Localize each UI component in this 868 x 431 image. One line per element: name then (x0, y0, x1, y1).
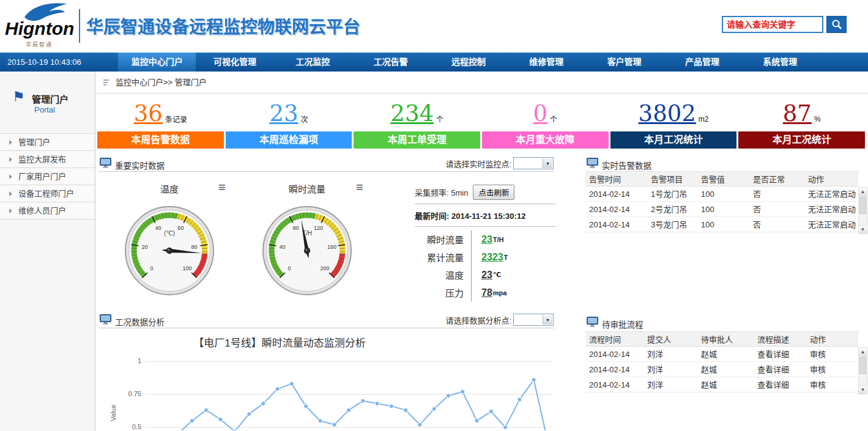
arrow-right-icon (9, 157, 12, 162)
stat-unit: % (814, 115, 821, 123)
section-condition-analysis: 工况数据分析 请选择数据分析点: ▼ (98, 312, 554, 328)
nav-item-monitor-center[interactable]: 监控中心门户 (118, 53, 196, 72)
column-header: 是否正常 (749, 172, 804, 186)
analysis-point-selector: 请选择数据分析点: ▼ (445, 314, 554, 326)
realtime-info-panel: 采集频率: 5min 点击刷新 最新时间: 2014-11-21 15:30:1… (415, 185, 556, 301)
stat-value-link[interactable]: 23 (269, 102, 298, 125)
approval-table-scrollbar[interactable]: ▲ ▼ (858, 347, 867, 394)
stat-label-bar[interactable]: 本周告警数据 (97, 131, 224, 149)
refresh-button[interactable]: 点击刷新 (473, 185, 514, 200)
alarm-value: 100 (697, 217, 749, 232)
flow-time: 2014-02-14 (585, 347, 644, 361)
top-header: Hignton 华辰智通 华辰智通设备远程监控物联网云平台 (0, 0, 868, 53)
reading-unit: mpa (493, 289, 507, 297)
nav-item-condition-alarm[interactable]: 工况告警 (352, 53, 429, 72)
flow-gauge: 04080120160200T/H (261, 205, 353, 297)
nav-item-system[interactable]: 系统管理 (741, 53, 819, 72)
alarm-table-scrollbar[interactable]: ▲ ▼ (858, 187, 867, 234)
approve-action[interactable]: 审核 (806, 377, 858, 392)
stat-label-bar[interactable]: 本周工单受理 (354, 131, 480, 149)
svg-text:20: 20 (141, 244, 147, 250)
chevron-down-icon[interactable]: ▼ (543, 158, 552, 168)
reading-value-cell: 23 T/H (471, 230, 504, 248)
reading-value[interactable]: 23 (481, 270, 492, 281)
nav-item-product[interactable]: 产品管理 (663, 53, 741, 72)
stat-card-monthly-condition-pct: 87 % 本月工况统计 (738, 95, 865, 150)
alarm-action[interactable]: 无法正常启动 (804, 186, 858, 201)
nav-item-remote-control[interactable]: 远程控制 (429, 53, 507, 72)
column-header: 待审批人 (697, 332, 754, 346)
flow-detail-link[interactable]: 查看详细 (754, 362, 806, 377)
logo[interactable]: Hignton 华辰智通 (5, 2, 77, 50)
table-row: 2014-02-14 刘洋 赵城 查看详细 审核 (585, 377, 858, 392)
chart-menu-icon[interactable]: ≡ (218, 181, 226, 193)
stat-value-link[interactable]: 0 (533, 102, 548, 125)
submitter: 刘洋 (644, 377, 697, 392)
column-header: 告警时间 (585, 172, 647, 186)
stat-label-bar[interactable]: 本月工况统计 (610, 131, 737, 149)
reading-value[interactable]: 2323 (481, 252, 503, 263)
reading-value[interactable]: 23 (481, 234, 492, 245)
scroll-down-icon[interactable]: ▼ (859, 225, 867, 234)
flow-detail-link[interactable]: 查看详细 (754, 377, 806, 392)
svg-text:(℃): (℃) (164, 230, 175, 237)
search-input[interactable] (722, 16, 823, 33)
nav-item-condition-monitor[interactable]: 工况监控 (274, 53, 352, 72)
stat-value-link[interactable]: 36 (134, 102, 163, 125)
alarm-item: 1号龙门吊 (647, 186, 697, 201)
collect-frequency-row: 采集频率: 5min 点击刷新 (415, 185, 556, 199)
arrow-right-icon (9, 208, 12, 213)
stat-value-area: 36 条记录 (97, 95, 224, 131)
header-divider (79, 9, 80, 43)
svg-text:60: 60 (178, 225, 184, 231)
arrow-right-icon (9, 191, 12, 196)
submitter: 刘洋 (644, 362, 697, 377)
stat-unit: 个 (550, 114, 557, 124)
approver: 赵城 (697, 347, 754, 361)
alarm-action[interactable]: 无法正常启动 (804, 202, 858, 216)
scroll-down-icon[interactable]: ▼ (859, 385, 867, 394)
approve-action[interactable]: 审核 (806, 362, 858, 377)
scrollbar-thumb[interactable] (859, 197, 866, 214)
scroll-up-icon[interactable]: ▲ (859, 348, 867, 356)
approver: 赵城 (697, 377, 754, 392)
svg-text:200: 200 (320, 265, 329, 271)
reading-label: 压力 (415, 286, 471, 299)
stat-value-area: 3802 m2 (610, 95, 737, 131)
sidebar-item-repair-portal[interactable]: 维修人员门户 (0, 202, 95, 219)
scroll-up-icon[interactable]: ▲ (859, 188, 867, 196)
stat-label-bar[interactable]: 本月重大故障 (482, 131, 609, 149)
stat-value-area: 87 % (738, 95, 865, 131)
portal-subtitle: Portal (34, 105, 55, 114)
approve-action[interactable]: 审核 (806, 347, 858, 361)
scrollbar-thumb[interactable] (859, 357, 866, 374)
monitor-icon (587, 317, 598, 327)
stat-value-link[interactable]: 87 (783, 102, 812, 125)
column-header: 提交人 (644, 332, 697, 346)
monitor-point-select[interactable]: ▼ (513, 157, 554, 169)
svg-text:40: 40 (279, 244, 285, 250)
chevron-down-icon[interactable]: ▼ (543, 315, 552, 325)
sidebar-item-factory-portal[interactable]: 厂家用户门户 (0, 168, 95, 185)
stat-value-link[interactable]: 3802 (639, 102, 696, 125)
stat-label-bar[interactable]: 本月工况统计 (738, 131, 865, 149)
alarm-action[interactable]: 无法正常启动 (804, 217, 858, 232)
divider (415, 226, 556, 227)
nav-item-maintenance[interactable]: 维修管理 (508, 53, 585, 72)
alarm-value: 100 (697, 202, 749, 216)
approver: 赵城 (697, 362, 754, 377)
sidebar-item-engineer-portal[interactable]: 设备工程师门户 (0, 185, 95, 202)
nav-item-visualization[interactable]: 可视化管理 (196, 53, 273, 72)
search-button[interactable] (826, 16, 847, 33)
flow-detail-link[interactable]: 查看详细 (754, 347, 806, 361)
analysis-point-select[interactable]: ▼ (513, 314, 554, 326)
chart-menu-icon[interactable]: ≡ (356, 181, 363, 193)
stat-value-link[interactable]: 234 (390, 102, 434, 125)
flow-line-chart (145, 358, 552, 430)
nav-item-customer[interactable]: 客户管理 (585, 53, 663, 72)
sidebar-item-admin-portal[interactable]: 管理门户 (0, 134, 95, 151)
reading-value[interactable]: 78 (481, 287, 492, 298)
column-header: 告警项目 (647, 172, 697, 186)
sidebar-item-screen-publish[interactable]: 监控大屏发布 (0, 151, 95, 168)
stat-label-bar[interactable]: 本周巡检漏项 (226, 131, 352, 149)
